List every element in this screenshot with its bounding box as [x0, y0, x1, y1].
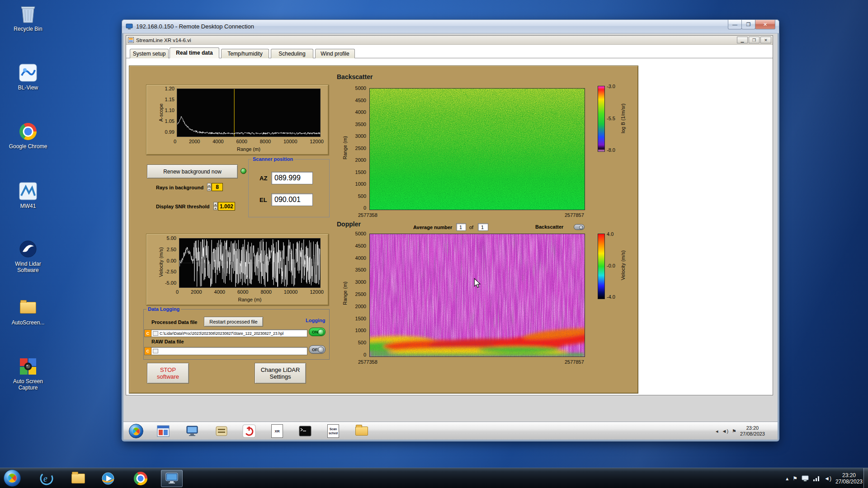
tab-wind-profile[interactable]: Wind profile [315, 49, 355, 58]
backscatter-colorbar-ticks: -3.0-5.5-8.0 [607, 84, 615, 153]
rdp-window-icon [126, 23, 133, 30]
drive-selector[interactable]: C [145, 347, 151, 355]
tick-label: 1.05 [165, 119, 175, 124]
tray-network-icon[interactable] [813, 475, 820, 482]
desktop-icon-wind-lidar[interactable]: Wind Lidar Software [6, 239, 50, 273]
doppler-colorbar [598, 234, 605, 299]
browse-icon[interactable] [153, 349, 158, 353]
taskbar-chrome-icon[interactable] [132, 470, 149, 487]
rdp-maximize-button[interactable]: ❐ [741, 20, 755, 29]
chrome-icon [18, 121, 38, 142]
hidden-icons-arrow[interactable]: ▴ [786, 475, 788, 482]
taskbar-explorer-icon[interactable] [70, 470, 87, 487]
remote-taskbar-xr-vi-icon[interactable]: XR [269, 423, 285, 439]
rdp-close-button[interactable]: ✕ [755, 20, 775, 29]
restart-processed-file-button[interactable]: Restart processed file [204, 317, 263, 327]
az-label: AZ [259, 175, 267, 182]
tick-label: -5.00 [165, 281, 176, 286]
rays-value-field[interactable]: 8 [212, 183, 223, 191]
average-total-field[interactable]: 1 [478, 223, 488, 231]
remote-clock[interactable]: 23:20 27/08/2023 [740, 425, 765, 437]
backscatter-toggle-label: Backscatter [535, 224, 563, 230]
remote-network-icon[interactable]: ⚑ [732, 428, 736, 434]
desktop-icon-auto-screen-capture[interactable]: Auto Screen Capture [6, 356, 50, 391]
desktop-icon-label: BL-View [6, 84, 50, 91]
backscatter-heatmap [369, 88, 585, 210]
app-close-button[interactable]: ✕ [760, 37, 771, 43]
app-restore-button[interactable]: ❐ [749, 37, 760, 43]
rdp-titlebar[interactable]: 192.168.0.150 - Remote Desktop Connectio… [122, 19, 779, 33]
tick-label: 1500 [355, 316, 366, 321]
average-number-field[interactable]: 1 [456, 223, 466, 231]
remote-taskbar-window-app-icon[interactable] [156, 423, 171, 439]
tab-system-setup[interactable]: System setup [130, 49, 169, 58]
processed-logging-toggle[interactable]: ON [309, 328, 326, 336]
remote-taskbar-console-icon[interactable] [297, 423, 313, 439]
browse-icon[interactable] [153, 331, 158, 336]
az-value-field[interactable]: 089.999 [271, 172, 313, 184]
remote-hidden-icons-arrow[interactable]: ◂ [716, 428, 718, 434]
remote-volume-icon[interactable]: ◄) [722, 428, 729, 434]
tick-label: -3.0 [607, 84, 615, 89]
snr-spinner[interactable]: ▲▼ [213, 202, 217, 210]
el-value-field[interactable]: 090.001 [271, 193, 313, 206]
mw41-icon [18, 181, 38, 202]
tick-label: 1000 [355, 328, 366, 333]
tick-label: 0.00 [167, 258, 176, 263]
desktop-icon-bl-view[interactable]: BL-View [6, 62, 50, 91]
app-titlebar[interactable]: StreamLine XR v14-6.vi ▁ ❐ ✕ [126, 36, 773, 45]
renew-background-button[interactable]: Renew background now [147, 164, 238, 178]
tray-monitor-icon[interactable] [802, 475, 809, 482]
desktop-icon-mw41[interactable]: MW41 [6, 181, 50, 209]
app-minimize-button[interactable]: ▁ [737, 37, 748, 43]
taskbar-internet-explorer-icon[interactable]: e [38, 470, 55, 487]
desktop-icon-google-chrome[interactable]: Google Chrome [6, 121, 50, 150]
tick-label: 4.0 [607, 232, 613, 237]
tick-label: 12000 [310, 290, 324, 295]
desktop-icon-recycle-bin[interactable]: Recycle Bin [6, 4, 50, 32]
doppler-colorbar-label: Velocity (m/s) [620, 245, 626, 285]
tick-label: 1.20 [165, 86, 175, 91]
snr-value-field[interactable]: 1.002 [218, 202, 235, 211]
change-lidar-settings-button[interactable]: Change LiDARSettings [255, 363, 306, 384]
backscatter-toggle[interactable] [574, 224, 585, 230]
remote-desktop: StreamLine XR v14-6.vi ▁ ❐ ✕ System setu… [123, 33, 778, 440]
tick-label: -4.0 [607, 295, 615, 300]
tick-label: 10000 [283, 139, 297, 144]
tab-scheduling[interactable]: Scheduling [271, 49, 313, 58]
remote-taskbar-power-icon[interactable] [241, 423, 257, 439]
stop-software-button[interactable]: STOPsoftware [147, 363, 189, 384]
tick-label: 10000 [284, 290, 298, 295]
remote-taskbar-explorer-icon[interactable] [354, 423, 369, 439]
desktop-icon-autoscreen[interactable]: AutoScreen... [6, 297, 50, 326]
remote-taskbar-tool-icon[interactable] [214, 423, 229, 439]
processed-path-field[interactable]: C C:\Lidar\Data\Proc\2023\202308\2023082… [144, 329, 307, 337]
tab-temp-humidity[interactable]: Temp/humidity [221, 49, 269, 58]
tick-label: 4500 [355, 244, 366, 249]
drive-selector[interactable]: C [145, 330, 151, 337]
remote-start-button[interactable] [129, 424, 143, 438]
tray-volume-icon[interactable]: ◄) [824, 475, 831, 482]
tick-label: -5.5 [607, 116, 615, 121]
raw-path-field[interactable]: C [144, 347, 307, 355]
action-center-flag-icon[interactable]: ⚑ [793, 475, 797, 482]
taskbar-clock[interactable]: 23:20 27/08/2023 [835, 472, 863, 485]
start-button[interactable] [4, 469, 21, 487]
tick-label: 3000 [355, 134, 366, 139]
rays-spinner[interactable]: ▲▼ [207, 183, 211, 191]
taskbar-media-player-icon[interactable] [99, 470, 117, 487]
processed-path-text: C:\Lidar\Data\Proc\2023\202308\20230827\… [160, 331, 283, 336]
tick-label: 4000 [355, 110, 366, 115]
tab-real-time-data[interactable]: Real time data [170, 47, 219, 58]
show-desktop-button[interactable] [863, 468, 868, 488]
tick-label: 4000 [355, 256, 366, 261]
taskbar-rdp-button[interactable] [161, 470, 183, 487]
backscatter-title: Backscatter [337, 73, 373, 80]
folder-icon [18, 297, 38, 318]
remote-taskbar-scan-sched-icon[interactable]: Scansched [326, 423, 341, 439]
tick-label: 1500 [355, 170, 366, 175]
rdp-minimize-button[interactable]: — [728, 20, 742, 29]
remote-taskbar-monitor-app-icon[interactable] [184, 423, 200, 439]
tick-label: 3500 [355, 267, 366, 272]
raw-logging-toggle[interactable]: OFF [309, 345, 326, 354]
